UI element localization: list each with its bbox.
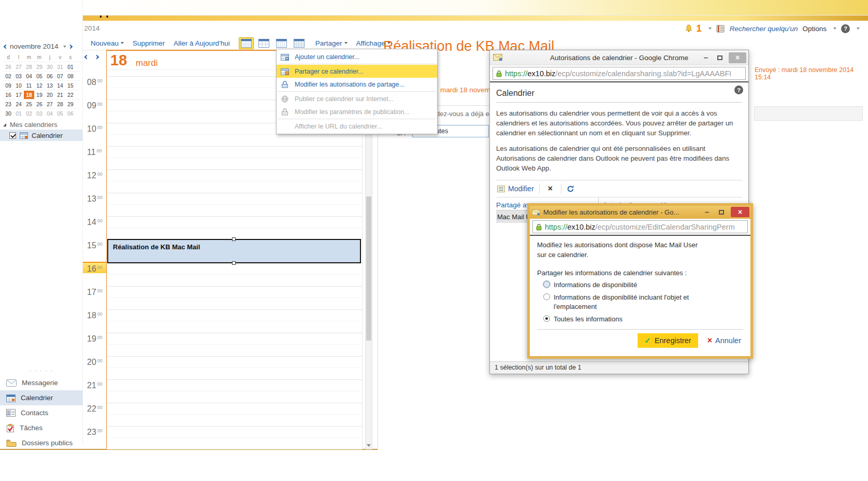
mini-calendar-title[interactable]: novembre 2014 [10,43,59,50]
notification-count[interactable]: 1 [696,23,702,34]
mini-calendar-day[interactable]: 26 [3,63,13,71]
mini-calendar-day[interactable]: 31 [55,63,65,71]
nav-item-mail[interactable]: Messagerie [0,375,83,390]
mini-calendar-day[interactable]: 12 [34,81,45,90]
radio-button[interactable] [543,281,550,288]
menu-item-change-publishing-settings[interactable]: Modifier les paramètres de publication..… [277,105,437,118]
expanded-triangle-icon[interactable] [3,123,6,126]
mini-calendar-day[interactable]: 03 [13,72,24,80]
mini-calendar-day[interactable]: 20 [45,91,55,99]
mini-calendar-day[interactable]: 02 [24,109,34,118]
window-titlebar[interactable]: Autorisations de calendrier - Google Chr… [490,50,748,65]
mini-calendar-day[interactable]: 01 [65,63,76,71]
mini-calendar-day[interactable]: 03 [34,109,45,118]
mini-calendar-day[interactable]: 26 [34,100,45,108]
menu-item-change-sharing-permissions[interactable]: Modifier les autorisations de partage... [277,78,437,91]
mini-calendar-day[interactable]: 28 [55,100,65,108]
mini-calendar-day[interactable]: 27 [45,100,55,108]
resize-handle-top[interactable] [232,237,236,241]
mini-calendar-day[interactable]: 02 [3,72,13,80]
minimize-button[interactable]: – [701,55,711,60]
mini-calendar-day[interactable]: 04 [45,109,55,118]
menu-item-show-calendar-url[interactable]: Afficher le URL du calendrier... [277,120,437,133]
pane-splitter[interactable]: · · · · · [0,368,83,374]
radio-button-selected[interactable] [543,315,550,322]
mini-calendar-day[interactable]: 06 [65,109,76,118]
mini-calendar-day[interactable]: 01 [13,109,24,118]
previous-day-icon[interactable] [84,55,89,59]
options-menu[interactable]: Options [802,25,827,33]
nav-item-calendar[interactable]: Calendrier [0,390,83,405]
scrollbar-thumb[interactable] [366,196,371,341]
nav-item-tasks[interactable]: Tâches [0,420,83,435]
new-button[interactable]: Nouveau [91,39,124,47]
mini-calendar-day[interactable]: 06 [45,72,55,80]
address-bar[interactable]: https://ex10.biz/ecp/customize/EditCalen… [532,220,748,233]
next-month-icon[interactable] [68,44,73,48]
share-menu-button[interactable]: Partager [315,39,348,47]
chevron-down-icon[interactable] [708,27,712,30]
nav-item-public-folders[interactable]: Dossiers publics [0,435,83,450]
mini-calendar-day[interactable]: 04 [24,72,34,80]
calendar-checkbox[interactable] [9,132,16,139]
mini-calendar-day[interactable]: 16 [3,91,13,99]
mini-calendar-day[interactable]: 07 [55,72,65,80]
maximize-button[interactable] [717,55,722,60]
minimize-button[interactable]: – [702,209,712,215]
modify-button[interactable]: Modifier [497,185,534,193]
save-button[interactable]: ✓ Enregistrer [638,333,698,348]
mini-calendar-day[interactable]: 24 [13,100,24,108]
month-view-button[interactable] [292,37,307,49]
my-calendars-group[interactable]: Mes calendriers [3,121,57,129]
mini-calendar-day[interactable]: 11 [24,81,34,90]
resize-handle-bottom[interactable] [232,261,236,265]
menu-item-add-calendar[interactable]: Ajouter un calendrier... [277,50,437,63]
mini-calendar-day[interactable]: 21 [55,91,65,99]
chevron-down-icon[interactable] [857,27,860,30]
radio-button[interactable] [543,293,550,300]
menu-item-publish-to-internet[interactable]: Publier ce calendrier sur Internet... [277,92,437,105]
close-button[interactable]: × [729,52,746,63]
option-availability[interactable]: Informations de disponibilité [543,280,743,290]
cancel-button[interactable]: × Annuler [707,336,741,345]
mini-calendar-day[interactable]: 10 [13,81,24,90]
window-titlebar[interactable]: Modifier les autorisations de calendrier… [530,206,750,219]
find-someone-link[interactable]: Rechercher quelqu'un [730,25,798,33]
chevron-down-icon[interactable] [63,46,66,48]
mini-calendar-day-selected[interactable]: 18 [24,91,34,99]
previous-month-icon[interactable] [4,44,8,48]
menu-item-share-this-calendar[interactable]: Partager ce calendrier... [277,65,437,78]
day-view-button[interactable] [239,37,254,49]
mini-calendar-day[interactable]: 05 [34,72,45,80]
help-icon[interactable]: ? [734,86,743,94]
mini-calendar-day[interactable]: 30 [45,63,55,71]
scrollbar-down-button[interactable] [366,442,371,448]
chevron-down-icon[interactable] [833,27,836,30]
week-view-button[interactable] [274,37,289,49]
mini-calendar-day[interactable]: 22 [65,91,76,99]
mini-calendar-day[interactable]: 13 [45,81,55,90]
mini-calendar-day[interactable]: 25 [24,100,34,108]
go-to-today-button[interactable]: Aller à Aujourd'hui [173,39,229,47]
mini-calendar-day[interactable]: 09 [3,81,13,90]
refresh-icon[interactable] [567,185,574,193]
mini-calendar-day[interactable]: 28 [24,63,34,71]
address-book-icon[interactable] [716,25,725,33]
mini-calendar-day[interactable]: 05 [55,109,65,118]
work-week-view-button[interactable] [256,37,271,49]
close-button[interactable]: × [731,207,749,217]
nav-item-contacts[interactable]: Contacts [0,405,83,420]
mini-calendar-day[interactable]: 08 [65,72,76,80]
mini-calendar-day[interactable]: 27 [13,63,24,71]
delete-button[interactable]: Supprimer [133,39,165,47]
mini-calendar-day[interactable]: 29 [65,100,76,108]
mini-calendar-day[interactable]: 15 [65,81,76,90]
mini-calendar-day[interactable]: 23 [3,100,13,108]
option-all-information[interactable]: Toutes les informations [543,315,743,324]
mini-calendar-day[interactable]: 29 [34,63,45,71]
mini-calendar-day[interactable]: 30 [3,109,13,118]
option-availability-subject-location[interactable]: Informations de disponibilité incluant l… [543,293,743,311]
help-icon[interactable]: ? [841,24,850,33]
maximize-button[interactable] [719,210,724,215]
mini-calendar-day[interactable]: 17 [13,91,24,99]
